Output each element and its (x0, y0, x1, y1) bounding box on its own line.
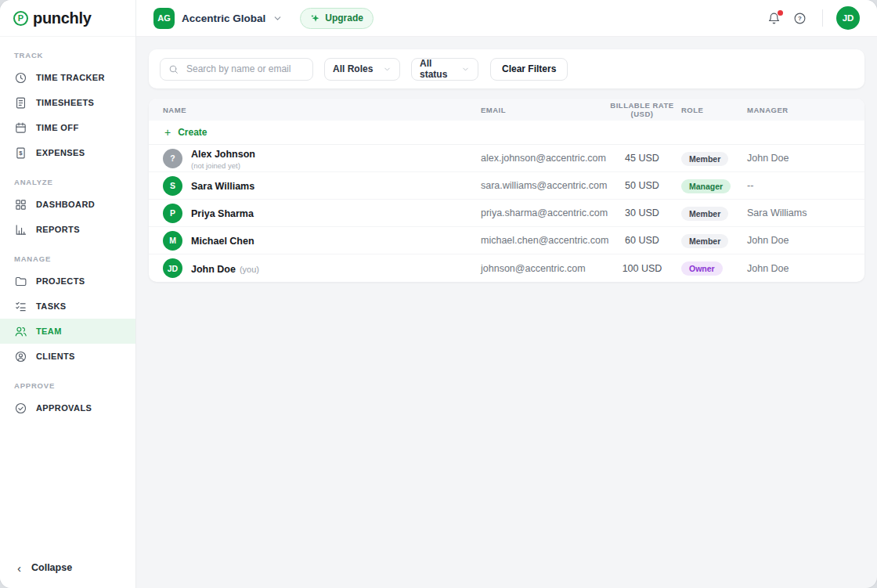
member-name: John Doe (191, 264, 236, 275)
help-button[interactable]: ? (791, 9, 809, 27)
chevron-down-icon (383, 65, 392, 74)
sparkles-icon (310, 13, 320, 23)
team-table: NAMEEMAILBILLABLE RATE (USD)ROLEMANAGER … (149, 99, 864, 282)
column-header-billable-rate-usd-: BILLABLE RATE (USD) (603, 101, 681, 118)
table-row[interactable]: ? Alex Johnson (not joined yet) alex.joh… (149, 145, 864, 172)
notification-dot (778, 10, 783, 16)
sidebar-item-time-off[interactable]: TIME OFF (0, 115, 135, 140)
role-badge: Owner (681, 262, 723, 276)
create-member-button[interactable]: + Create (149, 121, 864, 145)
sidebar-nav: TRACK TIME TRACKER TIMESHEETS TIME OFF $… (0, 37, 135, 547)
sidebar-item-label: EXPENSES (36, 148, 85, 157)
notifications-button[interactable] (765, 9, 783, 27)
member-email: sara.williams@accentric.com (481, 180, 603, 191)
table-row[interactable]: P Priya Sharma priya.sharma@accentric.co… (149, 200, 864, 227)
collapse-label: Collapse (31, 562, 72, 573)
upgrade-button[interactable]: Upgrade (300, 8, 374, 29)
nav-section-approve: APPROVE (0, 381, 135, 390)
sidebar-item-clients[interactable]: CLIENTS (0, 344, 135, 369)
calendar-icon (14, 121, 27, 135)
member-role-cell: Manager (681, 179, 747, 193)
expenses-icon: $ (14, 146, 27, 160)
status-filter-value: All status (420, 58, 455, 80)
clock-icon (14, 71, 27, 85)
table-row[interactable]: M Michael Chen michael.chen@accentric.co… (149, 227, 864, 254)
role-filter-value: All Roles (333, 63, 373, 74)
sidebar-item-team[interactable]: TEAM (0, 319, 135, 344)
sidebar-item-label: TEAM (36, 326, 62, 336)
role-filter-select[interactable]: All Roles (324, 58, 400, 81)
sidebar-item-label: TIMESHEETS (36, 98, 94, 107)
member-billable-rate: 60 USD (603, 235, 681, 246)
sidebar-item-projects[interactable]: PROJECTS (0, 269, 135, 294)
role-badge: Manager (681, 179, 731, 193)
chevron-down-icon (461, 65, 470, 74)
status-filter-select[interactable]: All status (411, 58, 478, 81)
topbar-divider (822, 9, 823, 27)
create-label: Create (178, 127, 207, 138)
member-you-tag: (you) (240, 265, 259, 274)
column-header-name: NAME (149, 106, 481, 114)
member-name: Michael Chen (191, 236, 254, 247)
content-area: All Roles All status Clear Filters NAMEE… (136, 37, 877, 294)
sidebar-item-tasks[interactable]: TASKS (0, 294, 135, 319)
clear-filters-button[interactable]: Clear Filters (490, 58, 568, 81)
member-name-cell: JD John Doe(you) (149, 258, 481, 278)
main-area: AG Accentric Global Upgrade ? J (136, 0, 877, 588)
member-name: Sara Williams (191, 181, 254, 192)
table-header-row: NAMEEMAILBILLABLE RATE (USD)ROLEMANAGER (149, 99, 864, 121)
member-name-cell: ? Alex Johnson (not joined yet) (149, 146, 481, 170)
workspace-switcher[interactable]: AG Accentric Global (153, 8, 283, 29)
column-header-email: EMAIL (481, 106, 603, 114)
sidebar-item-label: TIME OFF (36, 123, 79, 132)
member-manager: Sara Williams (747, 207, 864, 218)
chevron-left-icon: ‹ (17, 562, 21, 574)
sidebar-item-expenses[interactable]: $ EXPENSES (0, 140, 135, 165)
sidebar-item-label: PROJECTS (36, 276, 85, 286)
sidebar-item-timesheets[interactable]: TIMESHEETS (0, 90, 135, 115)
filter-bar: All Roles All status Clear Filters (149, 49, 864, 88)
user-avatar[interactable]: JD (836, 6, 860, 30)
member-email: johnson@accentric.com (481, 263, 603, 274)
sidebar-item-dashboard[interactable]: DASHBOARD (0, 192, 135, 217)
member-name: Alex Johnson (191, 149, 255, 160)
workspace-avatar: AG (153, 8, 175, 29)
svg-text:$: $ (19, 150, 23, 157)
search-box (160, 58, 313, 81)
member-avatar: S (163, 176, 182, 196)
approvals-icon (14, 402, 27, 415)
dashboard-icon (14, 198, 27, 211)
table-row[interactable]: JD John Doe(you) johnson@accentric.com 1… (149, 254, 864, 282)
brand-logo[interactable]: P punchly (0, 0, 135, 37)
role-badge: Member (681, 234, 728, 248)
member-avatar: ? (163, 149, 182, 168)
member-avatar: P (163, 204, 182, 223)
member-manager: -- (747, 180, 864, 191)
member-avatar: M (163, 231, 182, 251)
plus-icon: + (164, 127, 171, 138)
member-name-cell: P Priya Sharma (149, 204, 481, 223)
sidebar-item-approvals[interactable]: APPROVALS (0, 395, 135, 420)
member-status-note: (not joined yet) (191, 161, 255, 170)
sidebar-item-reports[interactable]: REPORTS (0, 217, 135, 242)
sidebar-item-label: CLIENTS (36, 352, 75, 361)
column-header-manager: MANAGER (747, 106, 864, 114)
member-email: alex.johnson@accentric.com (481, 153, 603, 164)
member-name-cell: S Sara Williams (149, 176, 481, 196)
topbar: AG Accentric Global Upgrade ? J (136, 0, 877, 37)
member-manager: John Doe (747, 153, 864, 164)
sidebar-item-time-tracker[interactable]: TIME TRACKER (0, 65, 135, 90)
brand-name: punchly (33, 9, 92, 27)
sidebar-item-label: APPROVALS (36, 403, 92, 413)
table-row[interactable]: S Sara Williams sara.williams@accentric.… (149, 172, 864, 200)
punchly-logo-icon: P (13, 11, 28, 26)
sidebar-item-label: DASHBOARD (36, 200, 95, 209)
collapse-button[interactable]: ‹ Collapse (0, 547, 135, 588)
sidebar-item-label: REPORTS (36, 225, 80, 234)
nav-section-analyze: ANALYZE (0, 178, 135, 186)
folder-icon (14, 275, 27, 288)
member-name-cell: M Michael Chen (149, 231, 481, 251)
member-email: priya.sharma@accentric.com (481, 207, 603, 218)
search-input[interactable] (185, 63, 305, 75)
sidebar: P punchly TRACK TIME TRACKER TIMESHEETS … (0, 0, 136, 588)
